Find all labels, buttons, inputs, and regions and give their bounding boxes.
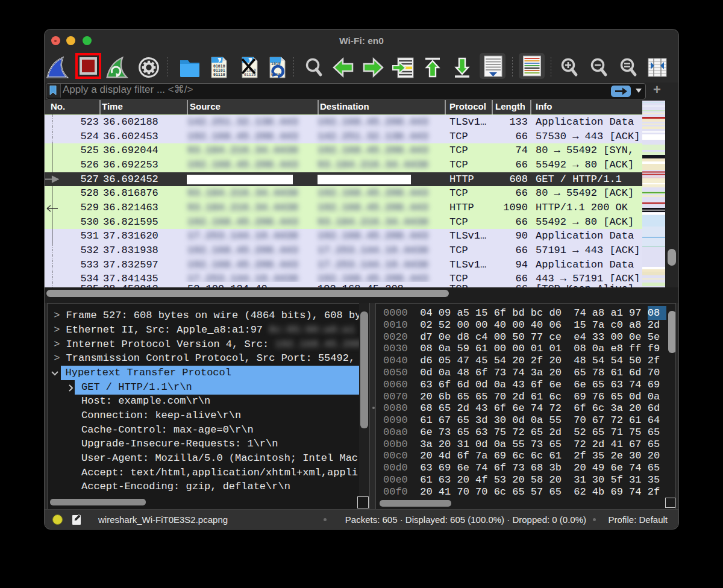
svg-text:01110: 01110	[213, 72, 225, 77]
